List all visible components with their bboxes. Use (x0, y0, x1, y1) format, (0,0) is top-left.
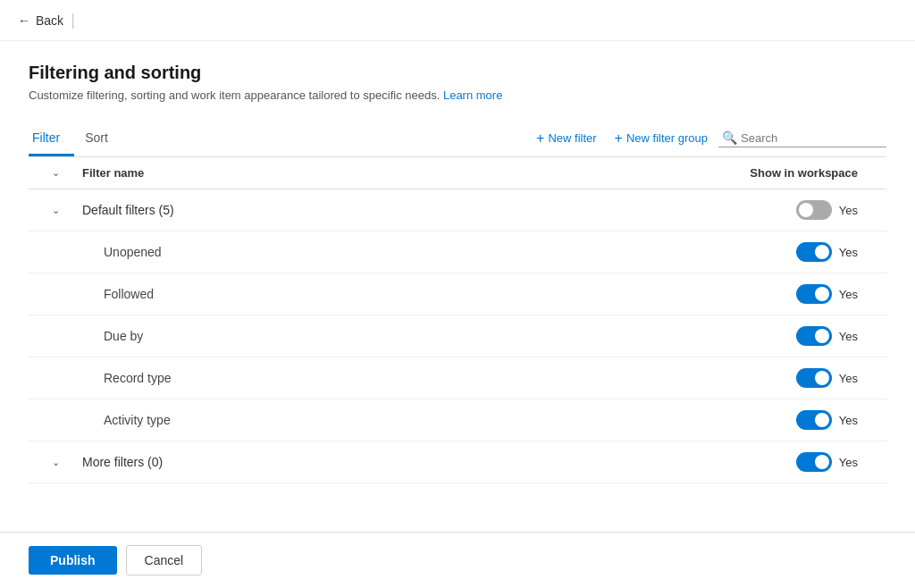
page-subtitle: Customize filtering, sorting and work it… (29, 88, 886, 102)
toggle-slider-off (796, 200, 832, 220)
more-filters-toggle-cell: Yes (708, 452, 886, 472)
toggle-slider-on (796, 284, 832, 304)
footer-bar: Publish Cancel (0, 532, 915, 588)
header-chevron-icon: ⌄ (52, 167, 60, 179)
toggle-slider-on (796, 242, 832, 262)
activity-type-toggle-cell: Yes (708, 410, 886, 430)
default-filters-name: Default filters (5) (82, 203, 708, 217)
chevron-right-icon: ⌄ (52, 457, 60, 468)
col-show-workspace: Show in workspace (708, 166, 886, 180)
table-header: ⌄ Filter name Show in workspace (29, 157, 886, 189)
activity-type-name: Activity type (82, 413, 708, 427)
activity-type-yes: Yes (839, 414, 858, 427)
table-row: ⌄ More filters (0) Yes (29, 441, 886, 483)
search-icon: 🔍 (722, 130, 737, 145)
more-filters-toggle[interactable] (796, 452, 832, 472)
more-filters-yes: Yes (839, 456, 858, 469)
tabs-bar: Filter Sort + New filter + New filter gr… (29, 123, 886, 157)
subtitle-text: Customize filtering, sorting and work it… (29, 88, 440, 102)
expand-more-filters[interactable]: ⌄ (29, 457, 82, 468)
table-row: ⌄ Default filters (5) Yes (29, 189, 886, 231)
expand-default-filters[interactable]: ⌄ (29, 205, 82, 216)
toggle-slider-on (796, 410, 832, 430)
record-type-toggle[interactable] (796, 368, 832, 388)
default-filters-toggle[interactable] (796, 200, 832, 220)
table-row: Followed Yes (29, 273, 886, 315)
publish-button[interactable]: Publish (29, 546, 117, 575)
toolbar: + New filter + New filter group 🔍 (529, 127, 886, 154)
plus-icon-filter-group: + (615, 130, 623, 147)
table-row: Activity type Yes (29, 399, 886, 441)
followed-toggle[interactable] (796, 284, 832, 304)
expand-col-header: ⌄ (29, 167, 82, 179)
due-by-toggle[interactable] (796, 326, 832, 346)
back-nav: ← Back | (0, 0, 915, 41)
followed-yes: Yes (839, 288, 858, 301)
toggle-slider-on (796, 452, 832, 472)
tab-filter[interactable]: Filter (29, 123, 74, 156)
search-input[interactable] (741, 131, 883, 145)
back-label: Back (36, 13, 63, 28)
record-type-yes: Yes (839, 372, 858, 385)
page-title: Filtering and sorting (29, 63, 886, 83)
record-type-name: Record type (82, 371, 708, 385)
unopened-name: Unopened (82, 245, 708, 259)
unopened-toggle[interactable] (796, 242, 832, 262)
nav-divider: | (71, 11, 75, 29)
tab-sort[interactable]: Sort (81, 123, 122, 156)
followed-toggle-cell: Yes (708, 284, 886, 304)
default-filters-yes: Yes (839, 204, 858, 217)
due-by-yes: Yes (839, 330, 858, 343)
activity-type-toggle[interactable] (796, 410, 832, 430)
plus-icon-filter: + (536, 130, 544, 147)
table-row: Unopened Yes (29, 231, 886, 273)
page-content: Filtering and sorting Customize filterin… (0, 41, 915, 483)
search-box[interactable]: 🔍 (718, 129, 886, 147)
toggle-slider-on (796, 368, 832, 388)
followed-name: Followed (82, 287, 708, 301)
new-filter-button[interactable]: + New filter (529, 127, 604, 150)
new-filter-group-button[interactable]: + New filter group (608, 127, 715, 150)
table-row: Due by Yes (29, 315, 886, 357)
default-filters-toggle-cell: Yes (708, 200, 886, 220)
unopened-yes: Yes (839, 246, 858, 259)
toggle-slider-on (796, 326, 832, 346)
record-type-toggle-cell: Yes (708, 368, 886, 388)
back-link[interactable]: ← Back (18, 13, 63, 28)
table-row: Record type Yes (29, 357, 886, 399)
unopened-toggle-cell: Yes (708, 242, 886, 262)
back-arrow-icon: ← (18, 13, 30, 28)
due-by-name: Due by (82, 329, 708, 343)
filter-table: ⌄ Filter name Show in workspace ⌄ Defaul… (29, 157, 886, 483)
more-filters-name: More filters (0) (82, 455, 708, 469)
cancel-button[interactable]: Cancel (126, 545, 203, 575)
learn-more-link[interactable]: Learn more (443, 88, 502, 102)
due-by-toggle-cell: Yes (708, 326, 886, 346)
chevron-down-icon: ⌄ (52, 205, 60, 216)
col-filter-name: Filter name (82, 166, 708, 180)
